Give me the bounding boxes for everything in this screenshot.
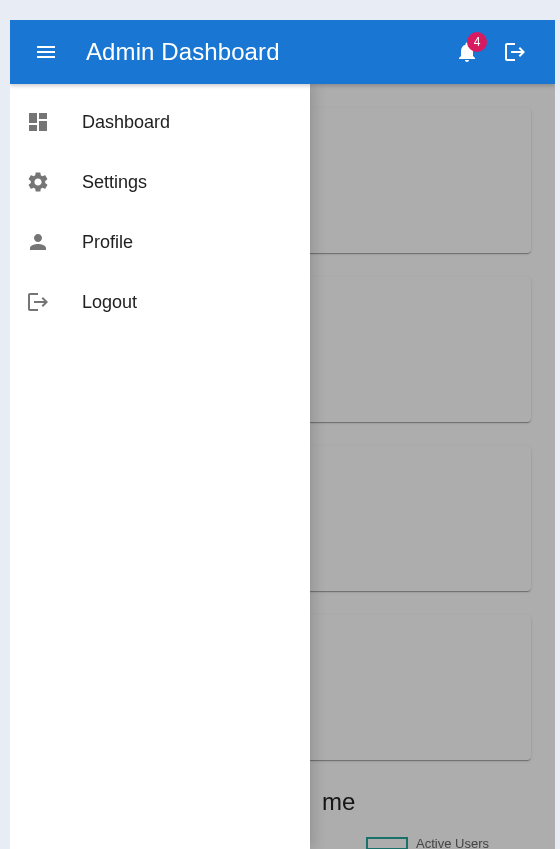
drawer-item-logout[interactable]: Logout xyxy=(10,272,310,332)
logout-button[interactable] xyxy=(491,28,539,76)
appbar-title: Admin Dashboard xyxy=(86,38,443,66)
settings-icon xyxy=(26,170,82,194)
menu-icon xyxy=(34,40,58,64)
logout-icon xyxy=(503,40,527,64)
drawer-item-label: Dashboard xyxy=(82,112,170,133)
drawer-item-label: Logout xyxy=(82,292,137,313)
drawer-item-dashboard[interactable]: Dashboard xyxy=(10,92,310,152)
navigation-drawer: Dashboard Settings Profile xyxy=(10,84,310,849)
menu-button[interactable] xyxy=(22,28,70,76)
drawer-item-label: Profile xyxy=(82,232,133,253)
drawer-item-profile[interactable]: Profile xyxy=(10,212,310,272)
logout-icon xyxy=(26,290,82,314)
drawer-item-label: Settings xyxy=(82,172,147,193)
dashboard-icon xyxy=(26,110,82,134)
notification-badge: 4 xyxy=(467,32,487,52)
notifications-button[interactable]: 4 xyxy=(443,28,491,76)
drawer-item-settings[interactable]: Settings xyxy=(10,152,310,212)
person-icon xyxy=(26,230,82,254)
app-bar: Admin Dashboard 4 xyxy=(10,20,555,84)
